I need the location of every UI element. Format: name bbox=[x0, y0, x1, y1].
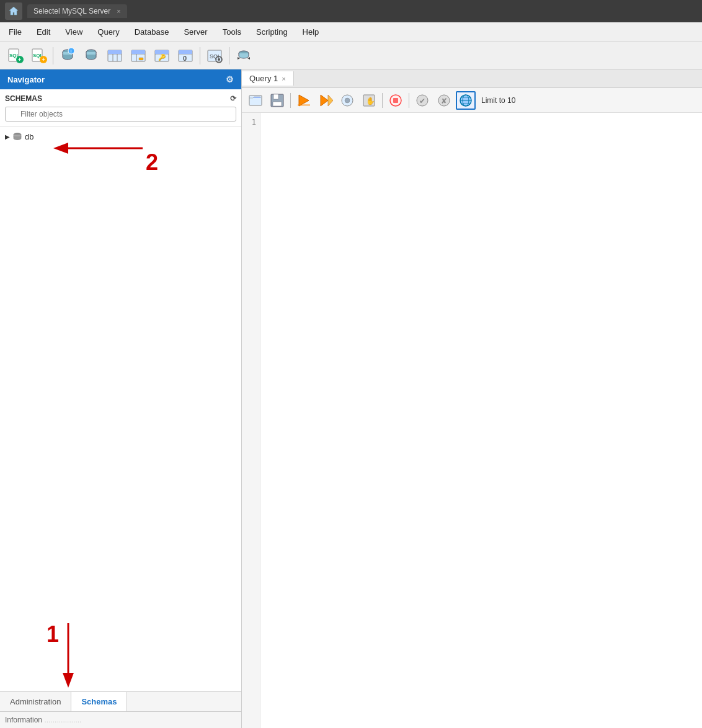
menu-file[interactable]: File bbox=[2, 25, 28, 39]
save-button[interactable] bbox=[267, 91, 287, 110]
administration-tab-label: Administration bbox=[10, 697, 61, 706]
navigator-settings-icon[interactable]: ⚙ bbox=[226, 74, 234, 84]
tab-schemas[interactable]: Schemas bbox=[71, 692, 127, 711]
db-info-button[interactable]: i bbox=[56, 45, 79, 67]
menu-tools[interactable]: Tools bbox=[216, 25, 247, 39]
number-button[interactable]: 0 bbox=[174, 45, 197, 67]
schemas-tab-label: Schemas bbox=[81, 697, 117, 706]
svg-text:2: 2 bbox=[146, 149, 158, 175]
schemas-label: SCHEMAS bbox=[5, 94, 42, 103]
schemas-title: SCHEMAS ⟳ bbox=[5, 94, 236, 103]
sync-button[interactable] bbox=[233, 45, 255, 67]
key-button[interactable]: 🔑 bbox=[151, 45, 173, 67]
navigator-title: Navigator bbox=[7, 75, 45, 84]
schema-db-icon bbox=[12, 131, 22, 141]
home-button[interactable] bbox=[5, 2, 22, 20]
annotation-arrow-1: 1 bbox=[37, 617, 112, 691]
tab-title: Selectel MySQL Server bbox=[33, 7, 110, 16]
bottom-tabs: Administration Schemas bbox=[0, 691, 241, 711]
toolbar-sep-2 bbox=[200, 47, 200, 64]
line-number-1: 1 bbox=[246, 118, 256, 127]
svg-rect-55 bbox=[393, 98, 398, 103]
bottom-info: Information .................. bbox=[0, 711, 241, 728]
schema-tree-container: ▶ db 2 bbox=[0, 127, 241, 372]
query-tabs: Query 1 × bbox=[242, 69, 702, 88]
svg-text:✋: ✋ bbox=[366, 96, 375, 105]
svg-text:0: 0 bbox=[183, 55, 187, 62]
schema-tree: ▶ db bbox=[0, 127, 241, 146]
svg-text:✘: ✘ bbox=[441, 97, 447, 105]
menu-scripting[interactable]: Scripting bbox=[250, 25, 294, 39]
open-file-button[interactable] bbox=[246, 91, 265, 110]
execute-current-button[interactable] bbox=[316, 91, 335, 110]
q-sep-2 bbox=[382, 93, 383, 108]
toolbar-sep-3 bbox=[229, 47, 229, 64]
connect-button[interactable] bbox=[80, 45, 102, 67]
query-textarea[interactable] bbox=[260, 113, 702, 728]
rollback-button[interactable]: ✘ bbox=[434, 91, 454, 110]
explain-button[interactable] bbox=[337, 91, 357, 110]
limit-label: Limit to 10 bbox=[481, 96, 515, 105]
main-layout: Navigator ⚙ SCHEMAS ⟳ 🔍 ▶ bbox=[0, 69, 702, 728]
svg-rect-45 bbox=[273, 102, 282, 106]
query-editor: 1 bbox=[242, 113, 702, 728]
svg-text:+: + bbox=[42, 56, 45, 63]
schema-expand-arrow: ▶ bbox=[5, 133, 10, 140]
svg-marker-49 bbox=[328, 95, 333, 106]
menu-database[interactable]: Database bbox=[128, 25, 176, 39]
query-toolbar: ✋ ✔ ✘ bbox=[242, 88, 702, 113]
svg-rect-20 bbox=[131, 50, 145, 54]
svg-rect-44 bbox=[273, 94, 278, 99]
schema-db-label: db bbox=[25, 132, 33, 141]
new-sql-file2-button[interactable]: SQL + bbox=[27, 45, 50, 67]
navigator-panel: Navigator ⚙ SCHEMAS ⟳ 🔍 ▶ bbox=[0, 69, 242, 728]
svg-rect-28 bbox=[179, 50, 192, 54]
menu-bar: File Edit View Query Database Server Too… bbox=[0, 22, 702, 42]
info-label: Information bbox=[5, 716, 42, 724]
svg-point-51 bbox=[345, 98, 350, 103]
svg-point-33 bbox=[218, 58, 220, 61]
query-tab-1[interactable]: Query 1 × bbox=[242, 71, 294, 86]
tab-close-button[interactable]: × bbox=[117, 7, 120, 15]
view-button[interactable]: SQL bbox=[203, 45, 226, 67]
filter-wrapper: 🔍 bbox=[5, 107, 236, 122]
svg-rect-16 bbox=[108, 50, 122, 54]
commit-button[interactable]: ✔ bbox=[412, 91, 432, 110]
svg-text:1: 1 bbox=[47, 621, 59, 647]
tab-bar: Selectel MySQL Server × bbox=[27, 4, 127, 18]
schema-db-item[interactable]: ▶ db bbox=[5, 130, 236, 143]
line-numbers: 1 bbox=[242, 113, 260, 728]
new-sql-file-button[interactable]: SQL + bbox=[4, 45, 26, 67]
edit-data-button[interactable] bbox=[386, 91, 406, 110]
toolbar-sep-1 bbox=[53, 47, 53, 64]
query-tab-1-close[interactable]: × bbox=[282, 75, 285, 82]
q-sep-1 bbox=[290, 93, 291, 108]
menu-server[interactable]: Server bbox=[177, 25, 213, 39]
stop-button[interactable]: ✋ bbox=[359, 91, 379, 110]
menu-query[interactable]: Query bbox=[91, 25, 125, 39]
navigator-spacer bbox=[0, 372, 241, 617]
query-panel: Query 1 × bbox=[242, 69, 702, 728]
schemas-refresh-icon[interactable]: ⟳ bbox=[230, 94, 236, 103]
svg-marker-48 bbox=[321, 95, 328, 106]
svg-rect-47 bbox=[298, 104, 310, 106]
tab-administration[interactable]: Administration bbox=[0, 692, 71, 711]
svg-text:i: i bbox=[71, 49, 72, 53]
filter-input[interactable] bbox=[5, 107, 236, 122]
schemas-section: SCHEMAS ⟳ 🔍 bbox=[0, 89, 241, 127]
svg-text:✔: ✔ bbox=[419, 97, 425, 105]
menu-edit[interactable]: Edit bbox=[30, 25, 56, 39]
navigator-header: Navigator ⚙ bbox=[0, 69, 241, 89]
table-button[interactable] bbox=[104, 45, 126, 67]
svg-text:+: + bbox=[18, 56, 21, 63]
info-dots: .................. bbox=[44, 716, 81, 724]
query-tab-1-label: Query 1 bbox=[249, 74, 278, 83]
title-bar: Selectel MySQL Server × bbox=[0, 0, 702, 22]
q-sep-3 bbox=[409, 93, 409, 108]
menu-view[interactable]: View bbox=[59, 25, 89, 39]
active-schema-button[interactable] bbox=[456, 91, 476, 110]
svg-text:🔑: 🔑 bbox=[158, 53, 166, 61]
schema-button[interactable] bbox=[127, 45, 149, 67]
menu-help[interactable]: Help bbox=[296, 25, 326, 39]
execute-button[interactable] bbox=[294, 91, 314, 110]
